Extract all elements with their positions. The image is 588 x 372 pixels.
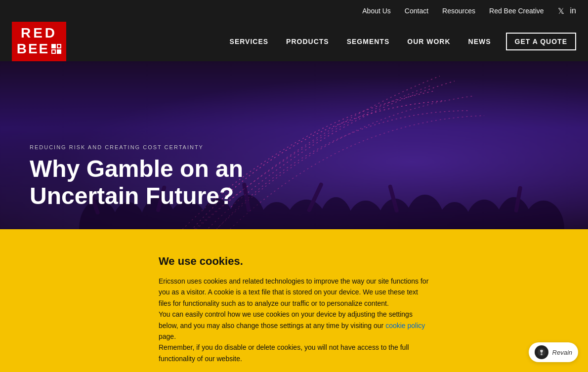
cookie-title: We use cookies. bbox=[159, 255, 429, 268]
revain-label: Revain bbox=[552, 349, 572, 356]
main-nav-wrapper: RED BEE SERVICES PRODUCTS SEGMENTS OUR W… bbox=[0, 22, 588, 61]
logo-sq-3 bbox=[51, 49, 56, 54]
logo-row2: BEE bbox=[17, 41, 62, 57]
revain-widget[interactable]: Revain bbox=[529, 342, 578, 362]
cookie-body-text3: page. bbox=[159, 332, 176, 340]
revain-icon bbox=[535, 345, 548, 359]
hero-subtitle: REDUCING RISK AND CREATING COST CERTAINT… bbox=[30, 144, 243, 150]
svg-point-23 bbox=[541, 353, 543, 355]
top-nav: About Us Contact Resources Red Bee Creat… bbox=[0, 0, 588, 22]
logo[interactable]: RED BEE bbox=[12, 22, 66, 61]
nav-products[interactable]: PRODUCTS bbox=[277, 25, 338, 58]
cookie-banner: We use cookies. Ericsson uses cookies an… bbox=[141, 239, 447, 372]
svg-point-15 bbox=[523, 201, 564, 229]
cookie-body: Ericsson uses cookies and related techno… bbox=[159, 276, 429, 364]
logo-text-red: RED bbox=[21, 26, 57, 40]
logo-squares bbox=[51, 44, 61, 54]
top-nav-contact[interactable]: Contact bbox=[405, 7, 428, 15]
hero-title-line2: Uncertain Future? bbox=[30, 183, 234, 209]
nav-inner: SERVICES PRODUCTS SEGMENTS OUR WORK NEWS… bbox=[0, 22, 588, 61]
top-nav-red-bee-creative[interactable]: Red Bee Creative bbox=[489, 7, 544, 15]
nav-get-quote[interactable]: GET A QUOTE bbox=[506, 33, 576, 50]
nav-services[interactable]: SERVICES bbox=[221, 25, 278, 58]
social-icons: 𝕏 in bbox=[558, 6, 576, 16]
hero-title: Why Gamble on an Uncertain Future? bbox=[30, 155, 243, 209]
nav-our-work[interactable]: OUR WORK bbox=[398, 25, 459, 58]
cookie-body-text4: Remember, if you do disable or delete co… bbox=[159, 343, 409, 362]
nav-links: SERVICES PRODUCTS SEGMENTS OUR WORK NEWS… bbox=[221, 25, 576, 58]
logo-sq-4 bbox=[57, 49, 61, 54]
top-nav-about[interactable]: About Us bbox=[362, 7, 391, 15]
yellow-section: We use cookies. Ericsson uses cookies an… bbox=[0, 229, 588, 372]
top-nav-resources[interactable]: Resources bbox=[442, 7, 475, 15]
twitter-icon[interactable]: 𝕏 bbox=[558, 6, 564, 16]
hero-title-line1: Why Gamble on an bbox=[30, 156, 243, 182]
linkedin-icon[interactable]: in bbox=[570, 6, 576, 15]
logo-sq-2 bbox=[57, 44, 61, 48]
hero-section: .arc-line { fill: none; stroke: #e040a0;… bbox=[0, 61, 588, 229]
cookie-policy-link[interactable]: cookie policy bbox=[385, 322, 425, 330]
hero-content: REDUCING RISK AND CREATING COST CERTAINT… bbox=[30, 144, 243, 209]
cookie-body-text: Ericsson uses cookies and related techno… bbox=[159, 277, 428, 307]
cookie-body-text2: You can easily control how we use cookie… bbox=[159, 310, 413, 329]
nav-news[interactable]: NEWS bbox=[460, 25, 500, 58]
logo-sq-1 bbox=[51, 44, 56, 48]
nav-segments[interactable]: SEGMENTS bbox=[338, 25, 399, 58]
logo-text-bee: BEE bbox=[17, 41, 50, 57]
